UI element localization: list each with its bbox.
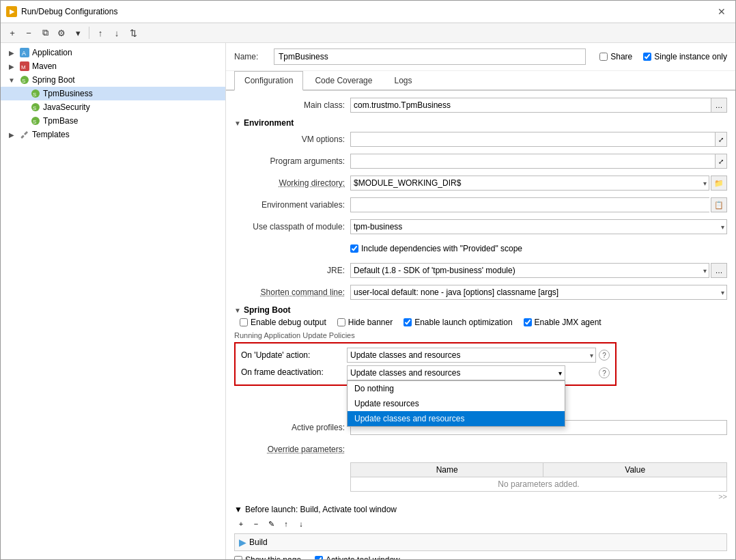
svg-rect-12 (20, 135, 25, 139)
activate-tool-label[interactable]: Activate tool window (315, 555, 400, 559)
copy-button[interactable]: ⧉ (38, 25, 53, 40)
before-launch-edit-button[interactable]: ✎ (264, 517, 278, 531)
run-debug-configurations-window: ▶ Run/Debug Configurations ✕ + − ⧉ ⚙ ▾ ↑… (0, 0, 736, 560)
share-checkbox-label[interactable]: Share (599, 52, 632, 61)
env-vars-row: Environment variables: 📋 (234, 196, 727, 214)
svg-text:A: A (22, 50, 26, 57)
single-instance-checkbox[interactable] (643, 53, 651, 61)
shorten-cmd-select[interactable]: user-local default: none - java [options… (350, 285, 727, 300)
enable-debug-label[interactable]: Enable debug output (240, 318, 326, 327)
before-launch-up-button[interactable]: ↑ (279, 517, 293, 531)
tab-logs[interactable]: Logs (384, 71, 422, 89)
move-down-button[interactable]: ↓ (109, 25, 124, 40)
working-dir-input[interactable] (350, 176, 709, 191)
on-frame-dropdown-trigger[interactable]: Update classes and resources ▾ (347, 365, 565, 380)
classpath-label: Use classpath of module: (234, 222, 350, 232)
activate-tool-checkbox[interactable] (315, 556, 323, 559)
tab-code-coverage[interactable]: Code Coverage (305, 71, 382, 89)
on-update-select[interactable]: Update classes and resources Do nothing … (347, 348, 596, 363)
program-args-expand-button[interactable]: ⤢ (715, 154, 727, 169)
spring-collapse-icon[interactable]: ▼ (234, 307, 241, 314)
hide-banner-label[interactable]: Hide banner (337, 318, 393, 327)
move-up-button[interactable]: ↑ (93, 25, 108, 40)
svg-text:S: S (33, 105, 36, 111)
before-launch-remove-button[interactable]: − (249, 517, 263, 531)
dropdown-option-do-nothing[interactable]: Do nothing (348, 381, 565, 396)
sidebar-item-spring-boot[interactable]: ▼ S Spring Boot (1, 73, 225, 87)
params-value-col: Value (543, 463, 727, 477)
enable-debug-checkbox[interactable] (240, 318, 248, 326)
spring-icon: S (30, 102, 41, 113)
sidebar-item-templates[interactable]: ▶ Templates (1, 128, 225, 141)
sidebar-item-label: Application (32, 48, 72, 57)
settings-button[interactable]: ⚙ (54, 25, 69, 40)
enable-launch-checkbox[interactable] (404, 318, 412, 326)
svg-text:S: S (33, 119, 36, 125)
enable-launch-label[interactable]: Enable launch optimization (404, 318, 512, 327)
vm-options-expand-button[interactable]: ⤢ (715, 132, 727, 147)
before-launch-down-button[interactable]: ↓ (294, 517, 308, 531)
tab-configuration[interactable]: Configuration (234, 71, 303, 91)
working-dir-browse-button[interactable]: 📁 (711, 176, 727, 191)
sort-button[interactable]: ⇅ (126, 25, 141, 40)
running-policies-label: Running Application Update Policies (234, 331, 727, 339)
program-args-input[interactable] (350, 154, 715, 169)
sidebar-item-application[interactable]: ▶ A Application (1, 46, 225, 59)
spring-icon: S (19, 74, 30, 85)
on-frame-help-icon[interactable]: ? (599, 367, 610, 378)
sidebar-item-java-security[interactable]: S JavaSecurity (1, 100, 225, 114)
on-update-row: On 'Update' action: Update classes and r… (241, 348, 610, 363)
main-class-row: Main class: … (234, 96, 727, 114)
enable-debug-text: Enable debug output (251, 318, 326, 327)
dropdown-option-update-classes[interactable]: Update classes and resources (348, 411, 565, 426)
classpath-select[interactable]: tpm-business (350, 219, 727, 234)
before-launch-list: ▶ Build (234, 533, 727, 551)
main-class-browse-button[interactable]: … (711, 98, 727, 113)
environment-label: Environment (244, 118, 294, 128)
env-vars-browse-button[interactable]: 📋 (711, 197, 727, 212)
activate-tool-text: Activate tool window (326, 555, 400, 559)
vm-options-input[interactable] (350, 132, 715, 147)
bottom-checkboxes: Show this page Activate tool window (234, 551, 727, 559)
policy-box: On 'Update' action: Update classes and r… (234, 342, 617, 386)
sidebar-item-tpm-base[interactable]: S TpmBase (1, 114, 225, 128)
collapse-icon[interactable]: ▼ (234, 120, 241, 127)
params-scroll-hint: >> (350, 492, 727, 501)
env-vars-input[interactable] (350, 197, 709, 212)
sidebar-item-tpm-business[interactable]: S TpmBusiness (1, 87, 225, 100)
shorten-cmd-row: Shorten command line: user-local default… (234, 283, 727, 301)
override-params-row: Override parameters: (234, 440, 727, 458)
close-button[interactable]: ✕ (713, 5, 730, 18)
on-update-help-icon[interactable]: ? (599, 350, 610, 361)
main-area: ▶ A Application ▶ M Maven ▼ (1, 43, 735, 559)
on-update-label: On 'Update' action: (241, 350, 347, 360)
jre-browse-button[interactable]: … (711, 263, 727, 278)
sidebar: ▶ A Application ▶ M Maven ▼ (1, 43, 226, 559)
sidebar-item-maven[interactable]: ▶ M Maven (1, 59, 225, 73)
name-input[interactable] (274, 48, 586, 65)
add-button[interactable]: + (5, 25, 20, 40)
enable-jmx-label[interactable]: Enable JMX agent (524, 318, 601, 327)
before-launch-collapse-icon[interactable]: ▼ (234, 505, 242, 514)
before-launch-add-button[interactable]: + (234, 517, 248, 531)
include-deps-checkbox[interactable] (350, 244, 358, 253)
include-deps-label[interactable]: Include dependencies with "Provided" sco… (350, 244, 522, 253)
tree: ▶ A Application ▶ M Maven ▼ (1, 43, 225, 144)
jre-select[interactable]: Default (1.8 - SDK of 'tpm-business' mod… (350, 263, 709, 278)
remove-button[interactable]: − (21, 25, 36, 40)
classpath-row: Use classpath of module: tpm-business ▾ (234, 218, 727, 236)
jre-row: JRE: Default (1.8 - SDK of 'tpm-business… (234, 262, 727, 279)
show-page-checkbox[interactable] (234, 556, 242, 559)
dropdown-button[interactable]: ▾ (70, 25, 85, 40)
show-page-label[interactable]: Show this page (234, 555, 301, 559)
share-checkbox[interactable] (599, 53, 608, 61)
before-launch-section: ▼ Before launch: Build, Activate tool wi… (234, 505, 727, 551)
enable-jmx-checkbox[interactable] (524, 318, 532, 326)
hide-banner-checkbox[interactable] (337, 318, 345, 326)
dropdown-option-update-resources[interactable]: Update resources (348, 396, 565, 411)
single-instance-label[interactable]: Single instance only (643, 52, 727, 61)
toolbar: + − ⧉ ⚙ ▾ ↑ ↓ ⇅ (1, 23, 735, 43)
shorten-cmd-dropdown: user-local default: none - java [options… (350, 285, 727, 300)
enable-launch-text: Enable launch optimization (414, 318, 512, 327)
main-class-input[interactable] (350, 98, 711, 113)
